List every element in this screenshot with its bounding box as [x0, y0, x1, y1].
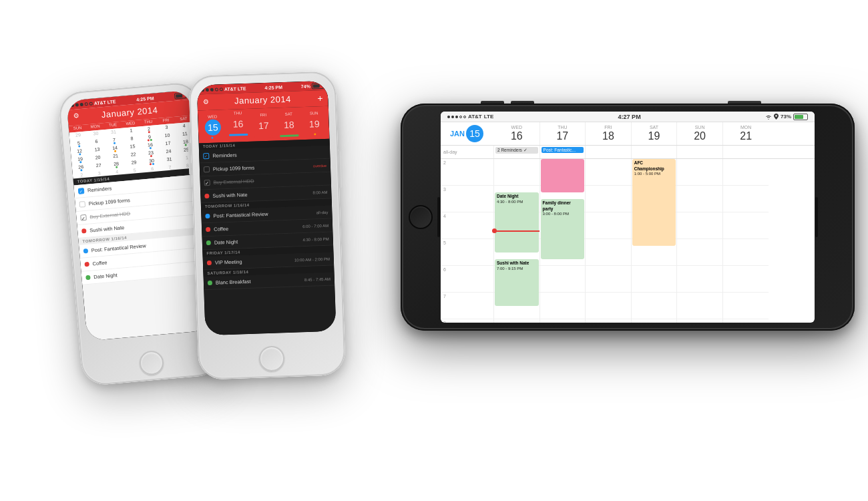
- task-checkbox[interactable]: ✓: [80, 214, 87, 221]
- header-sun[interactable]: SUN 20: [677, 122, 723, 145]
- phone2-home-button[interactable]: [258, 345, 284, 371]
- sig-dot-1: [201, 88, 204, 92]
- event-dot: [81, 228, 87, 234]
- battery-fill: [176, 94, 182, 98]
- agenda-checkbox[interactable]: ✓: [203, 153, 209, 159]
- phone1-content: AT&T LTE 4:25 PM ⚙ January 2014: [66, 90, 211, 341]
- month-label-jan: JAN 15: [441, 122, 494, 145]
- week-day-sun[interactable]: SUN 19: [302, 111, 327, 136]
- event-date-night[interactable]: Date Night 4:30 - 8:00 PM: [495, 192, 539, 253]
- header-mon[interactable]: MON 21: [723, 122, 769, 145]
- sig-dot-1: [71, 103, 74, 106]
- event-bar: [254, 136, 274, 138]
- battery-fill: [795, 115, 803, 119]
- phone1-home-button[interactable]: [138, 350, 164, 376]
- agenda-label: Reminders: [212, 152, 237, 159]
- today-number: 15: [466, 125, 483, 142]
- week-strip: WED 15 THU 16: [198, 106, 330, 144]
- hour-line: [632, 266, 677, 293]
- header-wed[interactable]: WED 16: [494, 122, 540, 145]
- weekday-number: 15: [204, 119, 221, 136]
- agenda-label: Sushi with Nate: [212, 192, 247, 199]
- day-col-sat: AFC Championship 1:00 - 5:00 PM: [632, 159, 678, 323]
- event-time: 1:00 - 5:00 PM: [634, 172, 674, 177]
- hour-line: [586, 239, 631, 266]
- hour-line: [723, 239, 769, 266]
- today-date[interactable]: 15: [465, 124, 485, 144]
- event-dot: [214, 137, 216, 139]
- event-pink[interactable]: [541, 159, 585, 192]
- gear-icon[interactable]: ⚙: [73, 112, 79, 120]
- battery-fill: [313, 84, 320, 88]
- task-checkbox[interactable]: [79, 201, 85, 208]
- phone1-carrier: AT&T: [93, 100, 106, 106]
- event-time: 6:00 - 7:00 AM: [302, 223, 329, 228]
- volume-up-button: [61, 160, 65, 172]
- week-day-thu[interactable]: THU 16: [226, 111, 250, 139]
- phone2-battery-area: 74%: [301, 82, 324, 89]
- header-sat[interactable]: SAT 19: [632, 122, 678, 145]
- header-thu[interactable]: THU 17: [540, 122, 586, 145]
- allday-cell-sat: [632, 146, 678, 158]
- signal-dots: [71, 102, 93, 107]
- time-slot-6: 6: [441, 266, 493, 293]
- hour-line: [540, 293, 586, 319]
- time-slot-3: 3: [441, 186, 493, 212]
- header-fri[interactable]: FRI 18: [586, 122, 632, 145]
- phone1-network: LTE: [107, 99, 116, 104]
- allday-event-post[interactable]: Post: Fantastic...: [541, 147, 584, 153]
- allday-cell-mon: [723, 146, 769, 158]
- week-day-sat[interactable]: SAT 18: [276, 112, 301, 137]
- agenda-label: Date Night: [214, 239, 238, 246]
- event-time: 8:45 - 7:45 AM: [304, 277, 331, 281]
- event-dot: [207, 261, 212, 265]
- phone3-signal-area: AT&T LTE: [447, 114, 493, 120]
- event-time: 4:30 - 8:00 PM: [497, 200, 537, 205]
- agenda-label: Blanc Breakfast: [216, 279, 251, 286]
- time-slot-7: 7: [441, 293, 493, 319]
- gear-icon[interactable]: ⚙: [202, 98, 208, 106]
- agenda-checkbox[interactable]: [204, 166, 210, 172]
- hour-line: [677, 212, 722, 239]
- agenda-checkbox[interactable]: ✓: [204, 180, 210, 186]
- phone2-carrier: AT&T: [224, 86, 236, 92]
- sig-dot-5: [89, 102, 92, 105]
- day-name: SAT: [633, 125, 676, 130]
- allday-event-reminders[interactable]: 2 Reminders ✓: [495, 147, 538, 154]
- event-title: AFC Championship: [634, 160, 674, 172]
- time-slot-4: 4: [441, 212, 493, 239]
- agenda-label: Post: Fantastical Review: [213, 211, 268, 219]
- day-name: WED: [495, 125, 538, 130]
- week-day-fri[interactable]: FRI 17: [251, 112, 276, 138]
- event-dot: [150, 155, 152, 157]
- hour-line: [632, 293, 677, 319]
- phone2-content: AT&T LTE 4:25 PM 74% ⚙ January 2014: [197, 81, 337, 336]
- week-day-wed[interactable]: WED 15: [200, 114, 225, 140]
- sig-dot-4: [215, 88, 218, 91]
- hour-line: [540, 266, 586, 293]
- phone1-battery: [174, 92, 187, 100]
- volume-down-button: [63, 180, 67, 192]
- sig-dot-4: [459, 116, 462, 118]
- event-family-dinner[interactable]: Family dinner party 3:00 - 8:00 PM: [541, 199, 585, 259]
- jan-label: JAN: [450, 130, 465, 138]
- day-col-sun: [677, 159, 723, 323]
- hour-line: [677, 266, 722, 293]
- volume-down-button: [511, 101, 534, 104]
- phone3-status-bar: AT&T LTE 4:27 PM: [441, 112, 815, 122]
- day-columns: Date Night 4:30 - 8:00 PM Sushi with Nat…: [494, 159, 815, 323]
- task-checkbox[interactable]: ✓: [78, 188, 85, 194]
- event-dot: [114, 150, 116, 152]
- phone1-time: 4:25 PM: [136, 96, 154, 102]
- allday-label: all-day: [441, 146, 494, 158]
- phone3-home-button[interactable]: [409, 205, 433, 229]
- event-sushi[interactable]: Sushi with Nate 7:00 - 9:15 PM: [495, 259, 539, 306]
- event-afc[interactable]: AFC Championship 1:00 - 5:00 PM: [632, 159, 676, 246]
- event-time: 10:00 AM - 2:00 PM: [294, 257, 330, 262]
- phone3-allday-row: all-day 2 Reminders ✓ Post: Fantastic...: [441, 146, 815, 159]
- overdue-badge: overdue: [313, 163, 327, 168]
- day-number: 20: [678, 130, 721, 142]
- add-event-button[interactable]: +: [317, 93, 323, 102]
- hour-line: [677, 239, 722, 266]
- sig-dot-3: [455, 116, 458, 118]
